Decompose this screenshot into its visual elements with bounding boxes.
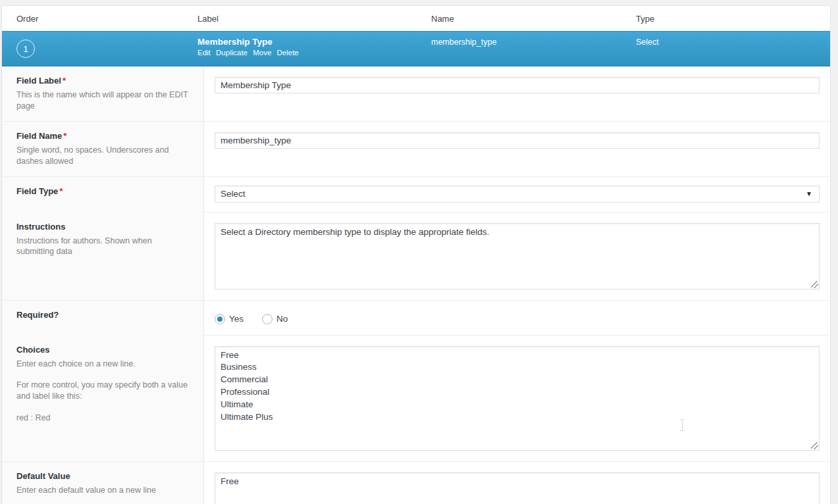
setting-row-instructions: Instructions Instructions for authors. S… bbox=[2, 213, 830, 301]
instructions-textarea[interactable]: Select a Directory membership type to di… bbox=[215, 223, 820, 290]
setting-row-choices: Choices Enter each choice on a new line.… bbox=[2, 336, 830, 462]
instructions-heading-cell: Instructions Instructions for authors. S… bbox=[2, 213, 204, 300]
setting-row-field-label: Field Label* This is the name which will… bbox=[2, 66, 830, 122]
column-header-type: Type bbox=[636, 14, 830, 24]
field-name-input-cell bbox=[204, 122, 830, 176]
required-asterisk: * bbox=[63, 131, 66, 141]
instructions-description: Instructions for authors. Shown when sub… bbox=[16, 236, 190, 258]
table-header-row: Order Label Name Type bbox=[2, 6, 830, 31]
field-type-select[interactable]: Select ▼ bbox=[215, 186, 820, 203]
field-row[interactable]: 1 Membership Type Edit Duplicate Move De… bbox=[2, 31, 830, 66]
field-name-heading-cell: Field Name* Single word, no spaces. Unde… bbox=[2, 122, 204, 176]
required-heading-cell: Required? bbox=[2, 301, 204, 336]
field-type-heading-cell: Field Type* bbox=[2, 177, 204, 213]
choices-heading-cell: Choices Enter each choice on a new line.… bbox=[2, 336, 204, 461]
required-input-cell: Yes No bbox=[204, 301, 830, 336]
field-row-name: membership_type bbox=[431, 32, 636, 66]
duplicate-link[interactable]: Duplicate bbox=[216, 49, 248, 57]
default-value-input-cell: Free bbox=[204, 462, 830, 504]
order-number-badge[interactable]: 1 bbox=[16, 39, 35, 58]
column-header-label: Label bbox=[197, 14, 431, 24]
required-no-option[interactable]: No bbox=[262, 314, 288, 324]
textarea-resize-handle[interactable] bbox=[811, 281, 818, 288]
field-label-input-cell bbox=[204, 66, 830, 121]
instructions-input-cell: Select a Directory membership type to di… bbox=[204, 213, 830, 300]
default-value-heading: Default Value bbox=[16, 471, 190, 481]
field-name-input[interactable] bbox=[215, 132, 820, 149]
required-asterisk: * bbox=[63, 76, 66, 86]
setting-row-required: Required? Yes No bbox=[2, 301, 830, 336]
radio-label-no: No bbox=[276, 314, 288, 324]
radio-button-no[interactable] bbox=[262, 314, 273, 324]
column-header-order: Order bbox=[16, 14, 197, 24]
field-row-type: Select bbox=[636, 32, 830, 66]
setting-row-field-name: Field Name* Single word, no spaces. Unde… bbox=[2, 122, 830, 177]
default-value-heading-cell: Default Value Enter each default value o… bbox=[2, 462, 204, 504]
column-header-name: Name bbox=[431, 14, 636, 24]
radio-label-yes: Yes bbox=[229, 314, 244, 324]
setting-row-field-type: Field Type* Select ▼ bbox=[2, 177, 830, 213]
field-label-heading-cell: Field Label* This is the name which will… bbox=[2, 66, 204, 121]
default-value-textarea[interactable]: Free bbox=[215, 472, 820, 504]
instructions-heading: Instructions bbox=[16, 222, 190, 232]
field-label-input[interactable] bbox=[215, 77, 820, 93]
dropdown-arrow-icon: ▼ bbox=[806, 190, 812, 197]
required-yes-option[interactable]: Yes bbox=[215, 314, 244, 324]
choices-heading: Choices bbox=[16, 345, 190, 355]
default-value-description: Enter each default value on a new line bbox=[16, 485, 190, 496]
choices-input-cell: Free Business Commercial Professional Ul… bbox=[204, 336, 830, 461]
required-radio-group: Yes No bbox=[215, 311, 820, 326]
delete-link[interactable]: Delete bbox=[277, 49, 299, 57]
edit-link[interactable]: Edit bbox=[197, 49, 211, 57]
field-name-heading: Field Name* bbox=[16, 131, 190, 141]
field-editor-table: Order Label Name Type 1 Membership Type … bbox=[1, 5, 831, 504]
field-row-actions: Edit Duplicate Move Delete bbox=[197, 49, 431, 57]
field-type-input-cell: Select ▼ bbox=[204, 177, 830, 213]
field-type-selected-value: Select bbox=[221, 189, 806, 199]
field-label-heading: Field Label* bbox=[16, 76, 190, 86]
field-row-title: Membership Type bbox=[197, 37, 431, 47]
setting-row-default-value: Default Value Enter each default value o… bbox=[2, 462, 830, 504]
field-order-cell[interactable]: 1 bbox=[16, 32, 197, 66]
required-heading: Required? bbox=[16, 310, 190, 320]
required-asterisk: * bbox=[59, 186, 63, 196]
field-label-cell: Membership Type Edit Duplicate Move Dele… bbox=[197, 32, 431, 66]
move-link[interactable]: Move bbox=[253, 49, 271, 57]
choices-description: Enter each choice on a new line. For mor… bbox=[16, 359, 190, 424]
textarea-resize-handle[interactable] bbox=[811, 442, 818, 449]
radio-button-yes[interactable] bbox=[215, 314, 225, 324]
field-label-description: This is the name which will appear on th… bbox=[16, 89, 190, 112]
choices-textarea[interactable]: Free Business Commercial Professional Ul… bbox=[215, 346, 820, 451]
field-type-heading: Field Type* bbox=[16, 186, 190, 196]
field-name-description: Single word, no spaces. Underscores and … bbox=[16, 145, 190, 167]
